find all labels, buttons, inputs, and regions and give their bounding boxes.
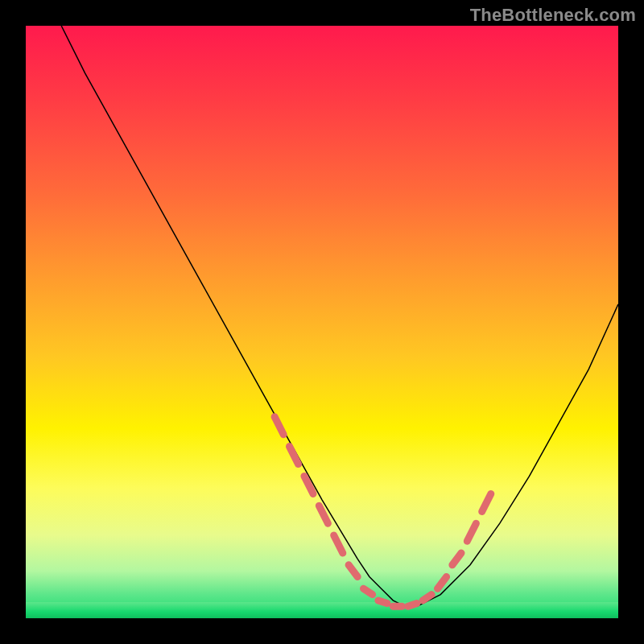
dash-segment <box>408 604 417 607</box>
dash-segment <box>349 565 357 577</box>
dash-segment <box>482 493 491 511</box>
dash-segment <box>467 523 476 541</box>
dash-segment <box>423 595 431 601</box>
chart-frame: TheBottleneck.com <box>0 0 644 644</box>
curve-svg <box>26 26 618 618</box>
dash-segment <box>452 553 461 565</box>
dash-segment <box>438 577 447 589</box>
watermark-text: TheBottleneck.com <box>470 5 636 26</box>
dash-segment <box>290 447 299 464</box>
dash-segment <box>275 417 283 435</box>
dash-segment <box>334 535 343 553</box>
near-optimum-dashes <box>275 417 491 607</box>
plot-area <box>26 26 618 618</box>
dash-segment <box>364 588 373 594</box>
dash-segment <box>304 476 313 493</box>
dash-segment <box>378 601 387 604</box>
bottleneck-curve-line <box>61 26 618 606</box>
